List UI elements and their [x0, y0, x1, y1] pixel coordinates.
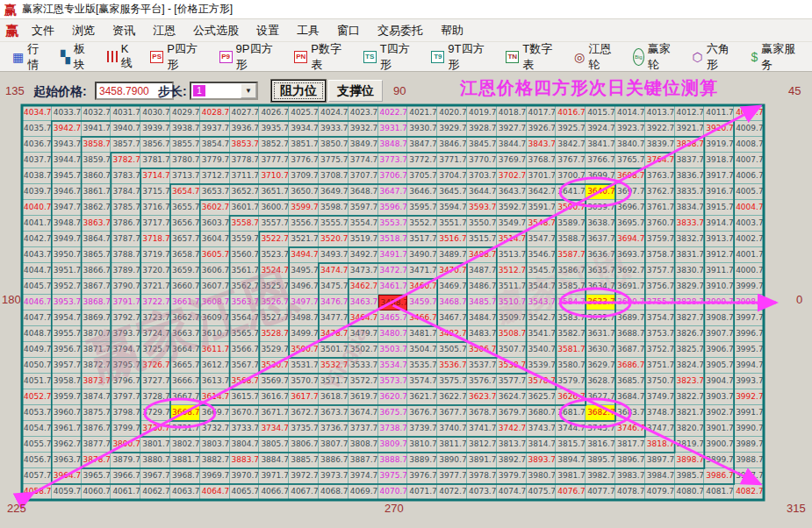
price-cell: 3549.79 [497, 216, 527, 232]
price-cell: 3618.79 [319, 389, 349, 405]
price-cell: 4057.79 [22, 468, 52, 484]
price-cell: 4045.79 [22, 279, 52, 295]
menu-item-8[interactable]: 窗口 [329, 20, 368, 41]
price-cell: 3628.79 [586, 374, 615, 389]
price-cell: 3648.79 [349, 184, 378, 200]
toolbar-item-t-number-table[interactable]: TNT数字表 [500, 46, 569, 68]
price-cell: 3899.79 [704, 453, 734, 468]
toolbar-item-sectors[interactable]: ▚板块 [55, 46, 102, 68]
price-cell: 4010.79 [734, 105, 764, 121]
menu-item-9[interactable]: 交易委托 [370, 20, 431, 41]
price-cell: 3726.79 [140, 358, 170, 374]
toolbar-item-p-square[interactable]: PSP四方形 [145, 46, 213, 68]
support-button[interactable]: 支撑位 [328, 80, 383, 102]
price-cell: 3806.79 [289, 437, 319, 453]
step-combobox[interactable]: 1 ▼ [190, 82, 258, 100]
combobox-arrow-icon[interactable]: ▼ [241, 83, 256, 98]
price-cell: 3799.79 [111, 421, 140, 437]
price-cell: 4025.79 [289, 105, 319, 121]
price-cell: 3759.79 [645, 232, 675, 247]
price-cell: 3919.79 [704, 137, 734, 153]
toolbar-item-t-square[interactable]: TST四方形 [358, 46, 427, 68]
price-cell: 3796.79 [111, 374, 140, 389]
gann-price-square-grid: 4034.794033.794032.794031.794030.794029.… [22, 105, 764, 500]
menu-item-1[interactable]: 文件 [24, 20, 62, 41]
price-cell: 3727.79 [140, 374, 170, 389]
price-cell: 3685.79 [615, 374, 645, 389]
menu-item-7[interactable]: 工具 [289, 20, 327, 41]
price-cell: 3869.79 [82, 310, 111, 326]
price-cell: 3691.79 [615, 279, 645, 295]
price-cell: 4016.79 [556, 105, 586, 121]
price-cell: 3626.79 [556, 389, 586, 405]
price-cell: 3970.79 [230, 468, 260, 484]
price-cell: 4068.79 [319, 484, 349, 500]
price-cell: 3732.79 [200, 421, 230, 437]
price-cell: 3517.79 [407, 232, 437, 247]
price-cell: 3591.79 [527, 200, 557, 216]
price-cell: 3475.79 [319, 279, 349, 295]
page-heading: 江恩价格四方形次日关键位测算 [460, 76, 718, 100]
price-cell: 3840.79 [615, 137, 645, 153]
price-cell: 3942.79 [52, 121, 82, 137]
menu-item-3[interactable]: 资讯 [104, 20, 143, 41]
price-cell: 3672.79 [289, 405, 319, 421]
price-cell: 3823.79 [675, 374, 705, 389]
menu-item-10[interactable]: 帮助 [433, 20, 471, 41]
price-cell: 3812.79 [467, 437, 497, 453]
price-cell: 3768.79 [527, 153, 557, 168]
hexagon-icon: ⬡ [692, 51, 702, 63]
price-cell: 3514.79 [497, 232, 527, 247]
ps-badge-icon: PS [150, 51, 163, 63]
menu-item-4[interactable]: 江恩 [145, 20, 183, 41]
toolbar-item-winner-wheel[interactable]: Big赢家轮 [628, 46, 686, 68]
price-cell: 3920.79 [704, 121, 734, 137]
angle-label-270: 270 [384, 502, 404, 515]
price-cell: 4053.79 [22, 405, 52, 421]
app-window: { "window": { "title": "赢家江恩专业版[赢家服务平台] … [0, 0, 812, 528]
price-cell: 3939.79 [140, 121, 170, 137]
price-cell: 3737.79 [349, 421, 378, 437]
toolbar-item-winner-service[interactable]: $赢家服务 [745, 46, 812, 68]
price-cell: 3533.79 [349, 358, 378, 374]
price-cell: 3600.79 [259, 200, 289, 216]
price-cell: 3520.79 [319, 232, 349, 247]
price-cell: 4041.79 [22, 216, 52, 232]
toolbar-item-kline[interactable]: K线 [102, 46, 146, 68]
price-cell: 3865.79 [82, 247, 111, 263]
price-cell: 3619.79 [349, 389, 378, 405]
price-cell: 3962.79 [52, 437, 82, 453]
price-cell: 4024.79 [319, 105, 349, 121]
price-cell: 3818.79 [645, 437, 675, 453]
price-cell: 4052.79 [22, 389, 52, 405]
price-cell: 3510.79 [497, 295, 527, 310]
price-cell: 3631.79 [586, 326, 615, 342]
price-cell: 3555.79 [319, 216, 349, 232]
window-title: 赢家江恩专业版[赢家服务平台] - [价格正方形] [22, 2, 233, 17]
price-cell: 3544.79 [527, 279, 557, 295]
price-cell: 3694.79 [615, 232, 645, 247]
price-cell: 3725.79 [140, 342, 170, 358]
price-cell: 3797.79 [111, 389, 140, 405]
price-cell: 3879.79 [111, 453, 140, 468]
menu-item-6[interactable]: 设置 [248, 20, 287, 41]
toolbar-item-9p-square[interactable]: P99P四方形 [214, 46, 290, 68]
toolbar-item-p-number-table[interactable]: PNP数字表 [289, 46, 357, 68]
toolbar-item-9t-square[interactable]: T99T四方形 [426, 46, 500, 68]
price-cell: 4049.79 [22, 342, 52, 358]
price-cell: 3598.79 [319, 200, 349, 216]
price-cell: 3696.79 [615, 200, 645, 216]
menu-item-2[interactable]: 浏览 [64, 20, 103, 41]
resistance-button[interactable]: 阻力位 [271, 80, 326, 102]
price-cell: 3491.79 [378, 247, 408, 263]
price-cell: 3784.79 [111, 184, 140, 200]
toolbar-item-hexagon[interactable]: ⬡六角形 [686, 46, 745, 68]
price-cell: 3664.79 [170, 342, 200, 358]
menu-item-5[interactable]: 公式选股 [185, 20, 247, 41]
t9-badge-icon: T9 [431, 51, 444, 63]
price-cell: 4032.79 [82, 105, 111, 121]
price-cell: 3670.79 [230, 405, 260, 421]
toolbar-item-quotes[interactable]: ▦行情 [7, 46, 55, 68]
toolbar-item-gann-wheel[interactable]: ◎江恩轮 [569, 46, 628, 68]
price-cell: 3716.79 [140, 200, 170, 216]
